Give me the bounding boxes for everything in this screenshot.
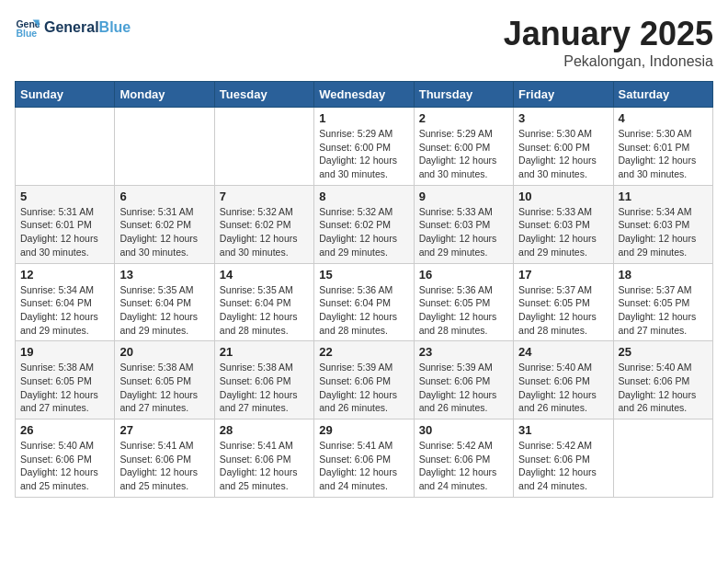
weekday-header-cell: Wednesday — [314, 82, 414, 108]
calendar-cell: 5Sunrise: 5:31 AM Sunset: 6:01 PM Daylig… — [16, 185, 115, 263]
day-number: 17 — [518, 268, 608, 282]
calendar-body: 1Sunrise: 5:29 AM Sunset: 6:00 PM Daylig… — [16, 108, 713, 498]
day-info: Sunrise: 5:39 AM Sunset: 6:06 PM Dayligh… — [319, 361, 408, 415]
calendar-cell: 10Sunrise: 5:33 AM Sunset: 6:03 PM Dayli… — [514, 185, 613, 263]
calendar-cell: 30Sunrise: 5:42 AM Sunset: 6:06 PM Dayli… — [414, 419, 513, 498]
calendar-cell: 27Sunrise: 5:41 AM Sunset: 6:06 PM Dayli… — [115, 419, 214, 498]
calendar-cell: 9Sunrise: 5:33 AM Sunset: 6:03 PM Daylig… — [414, 185, 513, 263]
day-number: 4 — [619, 111, 708, 125]
page-header: General Blue GeneralBlue January 2025 Pe… — [15, 15, 713, 70]
day-info: Sunrise: 5:31 AM Sunset: 6:02 PM Dayligh… — [119, 205, 209, 259]
day-number: 30 — [419, 423, 508, 437]
weekday-header-cell: Sunday — [16, 82, 115, 108]
day-info: Sunrise: 5:38 AM Sunset: 6:06 PM Dayligh… — [220, 361, 309, 415]
day-info: Sunrise: 5:34 AM Sunset: 6:04 PM Dayligh… — [20, 283, 109, 338]
calendar-cell: 25Sunrise: 5:40 AM Sunset: 6:06 PM Dayli… — [613, 341, 712, 419]
calendar-cell: 3Sunrise: 5:30 AM Sunset: 6:00 PM Daylig… — [514, 108, 613, 186]
calendar-table: SundayMondayTuesdayWednesdayThursdayFrid… — [15, 81, 713, 498]
weekday-header-cell: Tuesday — [214, 82, 313, 108]
calendar-cell: 22Sunrise: 5:39 AM Sunset: 6:06 PM Dayli… — [314, 341, 414, 419]
day-number: 16 — [419, 268, 508, 282]
day-number: 1 — [319, 111, 408, 125]
day-number: 29 — [319, 423, 408, 437]
day-number: 3 — [518, 111, 608, 125]
calendar-week-row: 12Sunrise: 5:34 AM Sunset: 6:04 PM Dayli… — [16, 263, 713, 341]
calendar-cell: 14Sunrise: 5:35 AM Sunset: 6:04 PM Dayli… — [214, 263, 313, 341]
day-number: 15 — [319, 268, 408, 282]
weekday-header-cell: Friday — [514, 82, 613, 108]
weekday-header-row: SundayMondayTuesdayWednesdayThursdayFrid… — [16, 82, 713, 108]
calendar-cell: 17Sunrise: 5:37 AM Sunset: 6:05 PM Dayli… — [514, 263, 613, 341]
calendar-cell: 6Sunrise: 5:31 AM Sunset: 6:02 PM Daylig… — [115, 185, 214, 263]
svg-text:Blue: Blue — [16, 28, 37, 39]
calendar-cell: 20Sunrise: 5:38 AM Sunset: 6:05 PM Dayli… — [115, 341, 214, 419]
calendar-cell: 8Sunrise: 5:32 AM Sunset: 6:02 PM Daylig… — [314, 185, 414, 263]
day-number: 2 — [419, 111, 508, 125]
day-number: 6 — [119, 190, 209, 203]
day-info: Sunrise: 5:33 AM Sunset: 6:03 PM Dayligh… — [518, 205, 608, 259]
calendar-cell: 16Sunrise: 5:36 AM Sunset: 6:05 PM Dayli… — [414, 263, 513, 341]
day-info: Sunrise: 5:38 AM Sunset: 6:05 PM Dayligh… — [20, 361, 109, 415]
day-info: Sunrise: 5:37 AM Sunset: 6:05 PM Dayligh… — [619, 283, 708, 338]
logo-icon: General Blue — [15, 15, 40, 40]
calendar-cell: 15Sunrise: 5:36 AM Sunset: 6:04 PM Dayli… — [314, 263, 414, 341]
day-number: 19 — [20, 345, 109, 359]
month-title: January 2025 — [504, 15, 713, 53]
day-info: Sunrise: 5:42 AM Sunset: 6:06 PM Dayligh… — [419, 439, 508, 493]
calendar-cell: 11Sunrise: 5:34 AM Sunset: 6:03 PM Dayli… — [613, 185, 712, 263]
calendar-cell — [613, 419, 712, 498]
day-info: Sunrise: 5:29 AM Sunset: 6:00 PM Dayligh… — [319, 127, 408, 181]
calendar-cell: 24Sunrise: 5:40 AM Sunset: 6:06 PM Dayli… — [514, 341, 613, 419]
logo: General Blue GeneralBlue — [15, 15, 131, 40]
day-info: Sunrise: 5:30 AM Sunset: 6:01 PM Dayligh… — [619, 127, 708, 181]
calendar-cell: 13Sunrise: 5:35 AM Sunset: 6:04 PM Dayli… — [115, 263, 214, 341]
day-info: Sunrise: 5:41 AM Sunset: 6:06 PM Dayligh… — [220, 439, 309, 493]
day-number: 5 — [20, 190, 109, 203]
day-number: 13 — [119, 268, 209, 282]
weekday-header-cell: Thursday — [414, 82, 513, 108]
day-info: Sunrise: 5:35 AM Sunset: 6:04 PM Dayligh… — [119, 283, 209, 338]
calendar-cell — [214, 108, 313, 186]
day-number: 8 — [319, 190, 408, 203]
calendar-week-row: 1Sunrise: 5:29 AM Sunset: 6:00 PM Daylig… — [16, 108, 713, 186]
calendar-cell: 19Sunrise: 5:38 AM Sunset: 6:05 PM Dayli… — [16, 341, 115, 419]
day-info: Sunrise: 5:39 AM Sunset: 6:06 PM Dayligh… — [419, 361, 508, 415]
calendar-cell: 4Sunrise: 5:30 AM Sunset: 6:01 PM Daylig… — [613, 108, 712, 186]
day-number: 7 — [220, 190, 309, 203]
weekday-header-cell: Monday — [115, 82, 214, 108]
day-number: 23 — [419, 345, 508, 359]
day-info: Sunrise: 5:41 AM Sunset: 6:06 PM Dayligh… — [119, 439, 209, 493]
day-info: Sunrise: 5:32 AM Sunset: 6:02 PM Dayligh… — [220, 205, 309, 259]
day-info: Sunrise: 5:33 AM Sunset: 6:03 PM Dayligh… — [419, 205, 508, 259]
day-info: Sunrise: 5:34 AM Sunset: 6:03 PM Dayligh… — [619, 205, 708, 259]
day-number: 9 — [419, 190, 508, 203]
weekday-header-cell: Saturday — [613, 82, 712, 108]
day-number: 22 — [319, 345, 408, 359]
day-info: Sunrise: 5:38 AM Sunset: 6:05 PM Dayligh… — [119, 361, 209, 415]
day-info: Sunrise: 5:30 AM Sunset: 6:00 PM Dayligh… — [518, 127, 608, 181]
day-info: Sunrise: 5:42 AM Sunset: 6:06 PM Dayligh… — [518, 439, 608, 493]
day-info: Sunrise: 5:37 AM Sunset: 6:05 PM Dayligh… — [518, 283, 608, 338]
title-block: January 2025 Pekalongan, Indonesia — [504, 15, 713, 70]
calendar-week-row: 26Sunrise: 5:40 AM Sunset: 6:06 PM Dayli… — [16, 419, 713, 498]
day-info: Sunrise: 5:35 AM Sunset: 6:04 PM Dayligh… — [220, 283, 309, 338]
day-number: 12 — [20, 268, 109, 282]
day-info: Sunrise: 5:40 AM Sunset: 6:06 PM Dayligh… — [20, 439, 109, 493]
day-number: 11 — [619, 190, 708, 203]
day-number: 20 — [119, 345, 209, 359]
day-info: Sunrise: 5:29 AM Sunset: 6:00 PM Dayligh… — [419, 127, 508, 181]
day-number: 14 — [220, 268, 309, 282]
day-info: Sunrise: 5:32 AM Sunset: 6:02 PM Dayligh… — [319, 205, 408, 259]
calendar-week-row: 19Sunrise: 5:38 AM Sunset: 6:05 PM Dayli… — [16, 341, 713, 419]
calendar-cell: 29Sunrise: 5:41 AM Sunset: 6:06 PM Dayli… — [314, 419, 414, 498]
day-number: 25 — [619, 345, 708, 359]
calendar-cell: 1Sunrise: 5:29 AM Sunset: 6:00 PM Daylig… — [314, 108, 414, 186]
day-info: Sunrise: 5:36 AM Sunset: 6:04 PM Dayligh… — [319, 283, 408, 338]
day-info: Sunrise: 5:31 AM Sunset: 6:01 PM Dayligh… — [20, 205, 109, 259]
day-info: Sunrise: 5:40 AM Sunset: 6:06 PM Dayligh… — [518, 361, 608, 415]
calendar-cell: 26Sunrise: 5:40 AM Sunset: 6:06 PM Dayli… — [16, 419, 115, 498]
day-info: Sunrise: 5:40 AM Sunset: 6:06 PM Dayligh… — [619, 361, 708, 415]
calendar-cell: 2Sunrise: 5:29 AM Sunset: 6:00 PM Daylig… — [414, 108, 513, 186]
day-number: 27 — [119, 423, 209, 437]
calendar-cell: 21Sunrise: 5:38 AM Sunset: 6:06 PM Dayli… — [214, 341, 313, 419]
